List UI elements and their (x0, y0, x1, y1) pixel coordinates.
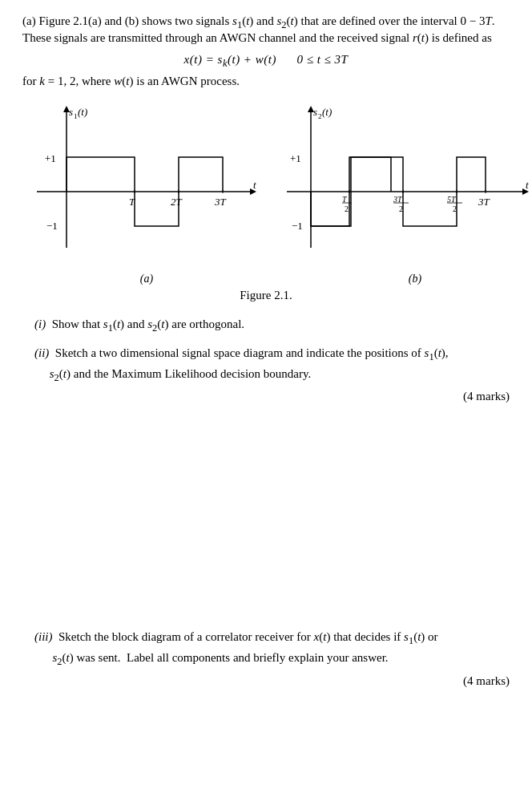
svg-text:−1: −1 (46, 220, 58, 232)
subpart-ii: (ii) Sketch a two dimensional signal spa… (22, 344, 510, 386)
answer-area-ii (22, 411, 510, 628)
for-k-line: for k = 1, 2, where w(t) is an AWGN proc… (22, 75, 510, 88)
figure-b-container: s 2 (t) +1 −1 t (279, 99, 532, 285)
svg-text:+1: +1 (290, 152, 301, 164)
figure-b-svg: s 2 (t) +1 −1 t (279, 99, 532, 268)
marks-iii: (4 marks) (22, 674, 510, 688)
svg-text:t: t (526, 179, 529, 191)
part-a-label: (a) Figure 2.1(a) and (b) shows two sign… (22, 14, 498, 44)
figure-title: Figure 2.1. (22, 289, 510, 302)
page-content: (a) Figure 2.1(a) and (b) shows two sign… (22, 14, 510, 688)
figure-a-svg: s 1 (t) +1 −1 t T (22, 99, 271, 268)
figure-b-label: (b) (409, 273, 421, 285)
svg-text:T: T (129, 196, 135, 208)
equation: x(t) = sk(t) + w(t) 0 ≤ t ≤ 3T (22, 53, 510, 70)
figures-row: s 1 (t) +1 −1 t T (22, 99, 510, 285)
subpart-iii: (iii) Sketch the block diagram of a corr… (22, 628, 510, 670)
figure-a-container: s 1 (t) +1 −1 t T (22, 99, 271, 285)
svg-text:3T: 3T (393, 195, 403, 204)
svg-text:(t): (t) (78, 106, 87, 118)
svg-text:T: T (342, 195, 348, 204)
svg-text:2: 2 (318, 112, 322, 120)
svg-text:5T: 5T (447, 195, 457, 204)
figure-a-label: (a) (140, 273, 153, 285)
svg-text:s: s (69, 106, 73, 118)
marks-ii: (4 marks) (22, 390, 510, 403)
svg-text:t: t (253, 179, 256, 191)
svg-text:2T: 2T (171, 196, 183, 208)
svg-text:2: 2 (345, 204, 349, 213)
svg-text:3T: 3T (478, 196, 490, 208)
subpart-i: (i) Show that s1(t) and s2(t) are orthog… (22, 315, 510, 336)
svg-text:1: 1 (74, 112, 78, 120)
svg-text:+1: +1 (45, 152, 56, 164)
svg-text:(t): (t) (322, 106, 332, 118)
svg-text:3T: 3T (214, 196, 227, 208)
svg-text:s: s (313, 106, 317, 118)
svg-text:−1: −1 (292, 220, 303, 232)
part-a-text: (a) Figure 2.1(a) and (b) shows two sign… (22, 14, 510, 45)
